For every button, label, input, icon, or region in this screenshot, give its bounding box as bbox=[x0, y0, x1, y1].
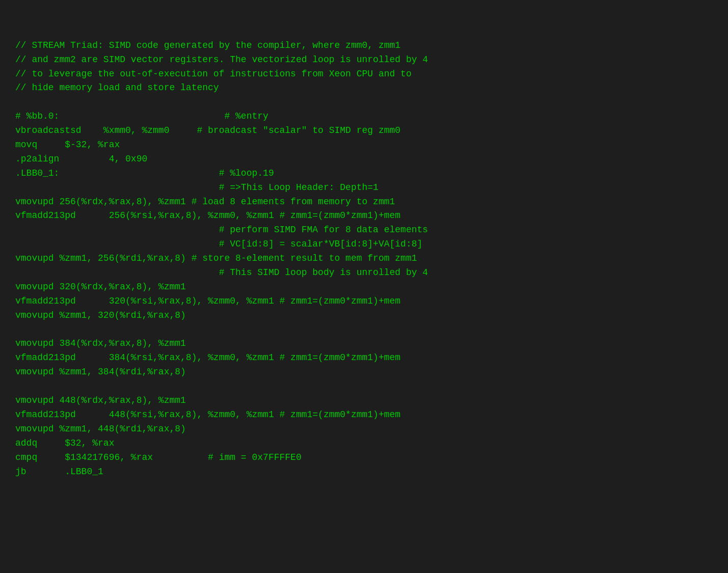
code-line: .LBB0_1: # %loop.19 bbox=[15, 167, 713, 181]
code-line: // and zmm2 are SIMD vector registers. T… bbox=[15, 53, 713, 67]
code-line: vfmadd213pd 256(%rsi,%rax,8), %zmm0, %zm… bbox=[15, 209, 713, 223]
code-line: vmovupd 256(%rdx,%rax,8), %zmm1 # load 8… bbox=[15, 195, 713, 209]
code-line bbox=[15, 95, 713, 110]
code-line: # =>This Loop Header: Depth=1 bbox=[15, 181, 713, 195]
code-line bbox=[15, 379, 713, 394]
code-line: vfmadd213pd 320(%rsi,%rax,8), %zmm0, %zm… bbox=[15, 294, 713, 309]
code-line: vmovupd 384(%rdx,%rax,8), %zmm1 bbox=[15, 337, 713, 351]
code-line: # This SIMD loop body is unrolled by 4 bbox=[15, 266, 713, 280]
code-lines: // STREAM Triad: SIMD code generated by … bbox=[15, 39, 713, 479]
code-line: vmovupd 320(%rdx,%rax,8), %zmm1 bbox=[15, 280, 713, 294]
code-line: vfmadd213pd 384(%rsi,%rax,8), %zmm0, %zm… bbox=[15, 351, 713, 365]
code-line: jb .LBB0_1 bbox=[15, 465, 713, 479]
code-line: vmovupd %zmm1, 448(%rdi,%rax,8) bbox=[15, 422, 713, 436]
code-line: vmovupd %zmm1, 320(%rdi,%rax,8) bbox=[15, 309, 713, 323]
code-line: # VC[id:8] = scalar*VB[id:8]+VA[id:8] bbox=[15, 237, 713, 252]
code-line: vmovupd %zmm1, 256(%rdi,%rax,8) # store … bbox=[15, 252, 713, 266]
code-line: vbroadcastsd %xmm0, %zmm0 # broadcast "s… bbox=[15, 124, 713, 138]
code-line: cmpq $134217696, %rax # imm = 0x7FFFFE0 bbox=[15, 451, 713, 465]
code-line: // STREAM Triad: SIMD code generated by … bbox=[15, 39, 713, 53]
code-line: # perform SIMD FMA for 8 data elements bbox=[15, 223, 713, 237]
code-line: addq $32, %rax bbox=[15, 436, 713, 451]
code-line: movq $-32, %rax bbox=[15, 138, 713, 152]
code-line: vmovupd %zmm1, 384(%rdi,%rax,8) bbox=[15, 365, 713, 379]
code-line: .p2align 4, 0x90 bbox=[15, 152, 713, 167]
code-display: // STREAM Triad: SIMD code generated by … bbox=[15, 10, 713, 493]
code-line: vmovupd 448(%rdx,%rax,8), %zmm1 bbox=[15, 394, 713, 408]
code-line bbox=[15, 323, 713, 337]
code-line: # %bb.0: # %entry bbox=[15, 110, 713, 124]
code-line: // to leverage the out-of-execution of i… bbox=[15, 67, 713, 81]
code-line: vfmadd213pd 448(%rsi,%rax,8), %zmm0, %zm… bbox=[15, 408, 713, 422]
code-line: // hide memory load and store latency bbox=[15, 81, 713, 95]
